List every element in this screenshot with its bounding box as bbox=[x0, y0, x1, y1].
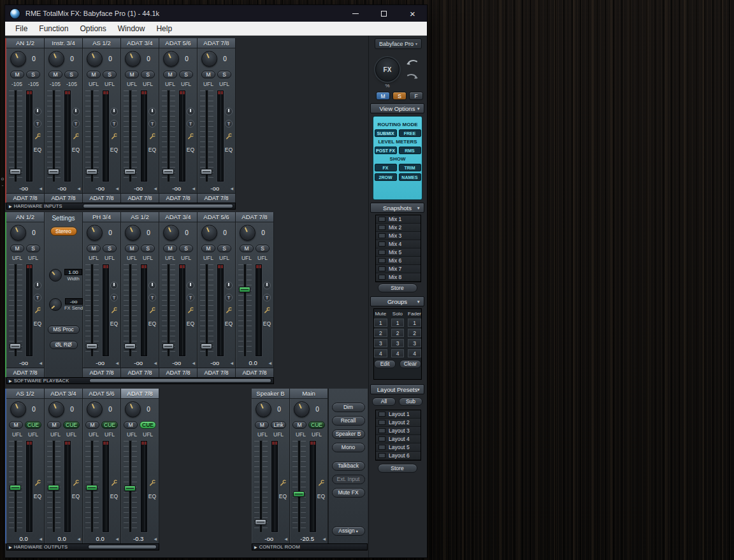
fader[interactable] bbox=[124, 264, 137, 356]
mute-button[interactable]: M bbox=[10, 71, 24, 78]
mute-button[interactable]: M bbox=[85, 421, 99, 429]
channel-name[interactable]: AS 1/2 bbox=[83, 38, 120, 48]
undo-icon[interactable] bbox=[405, 57, 420, 69]
group-cell[interactable]: 2 bbox=[374, 329, 387, 337]
gain-knob[interactable] bbox=[48, 51, 64, 67]
layout-item[interactable]: Layout 3 bbox=[376, 427, 421, 435]
trim-button[interactable]: T bbox=[110, 120, 118, 127]
trim-button[interactable]: T bbox=[225, 120, 233, 127]
gain-knob[interactable] bbox=[125, 225, 141, 241]
narrow-strip-icon[interactable]: ◀ bbox=[154, 536, 157, 541]
gain-knob[interactable] bbox=[294, 401, 310, 417]
channel-settings-wrench-icon[interactable] bbox=[225, 306, 233, 313]
redo-icon[interactable] bbox=[405, 71, 420, 83]
mute-button[interactable]: M bbox=[9, 421, 23, 429]
group-cell[interactable]: 4 bbox=[374, 349, 387, 357]
solo-button[interactable]: S bbox=[26, 71, 40, 78]
output-target[interactable]: ADAT 7/8 bbox=[45, 193, 82, 203]
channel-name[interactable]: AN 1/2 bbox=[6, 212, 44, 222]
trim-button[interactable]: T bbox=[72, 120, 80, 127]
group-cell[interactable]: 4 bbox=[408, 349, 421, 357]
gain-knob[interactable] bbox=[87, 401, 103, 417]
channel-settings-wrench-icon[interactable] bbox=[72, 132, 80, 140]
cue-button[interactable]: CUE bbox=[308, 421, 325, 429]
dim-button[interactable]: Dim bbox=[332, 403, 365, 412]
fader-handle[interactable] bbox=[239, 287, 250, 292]
pan-knob[interactable] bbox=[225, 108, 233, 115]
mute-button[interactable]: M bbox=[47, 421, 61, 429]
channel-settings-wrench-icon[interactable] bbox=[148, 306, 156, 313]
group-cell[interactable]: 3 bbox=[374, 339, 387, 347]
group-cell[interactable]: 1 bbox=[408, 319, 421, 327]
master-mute-button[interactable]: M bbox=[376, 92, 390, 100]
channel-name[interactable]: ADAT 3/4 bbox=[45, 389, 82, 399]
groups-clear-button[interactable]: Clear bbox=[399, 360, 421, 368]
solo-button[interactable]: S bbox=[179, 71, 193, 78]
cue-button[interactable]: CUE bbox=[25, 421, 41, 429]
narrow-strip-icon[interactable]: ◀ bbox=[115, 361, 119, 365]
fader-handle[interactable] bbox=[124, 343, 136, 349]
narrow-strip-icon[interactable]: ◀ bbox=[115, 186, 119, 190]
fx-send-knob[interactable] bbox=[49, 298, 62, 311]
show-fx-button[interactable]: FX bbox=[375, 164, 397, 171]
mute-fx-button[interactable]: Mute FX bbox=[332, 488, 365, 498]
fader-handle[interactable] bbox=[124, 485, 136, 491]
channel-name[interactable]: Main bbox=[290, 389, 327, 399]
row-collapse-icon[interactable]: ▶ bbox=[254, 545, 257, 549]
mute-button[interactable]: M bbox=[201, 71, 215, 78]
show-trim-button[interactable]: TRIM bbox=[399, 164, 421, 171]
cue-button[interactable]: CUE bbox=[140, 421, 156, 429]
phase-invert-button[interactable]: ØL RØ bbox=[50, 341, 78, 349]
eq-button[interactable]: EQ bbox=[187, 147, 194, 153]
fader-handle[interactable] bbox=[86, 169, 97, 175]
channel-settings-wrench-icon[interactable] bbox=[72, 478, 80, 486]
output-target[interactable]: ADAT 7/8 bbox=[121, 193, 159, 203]
channel-settings-wrench-icon[interactable] bbox=[187, 132, 194, 140]
output-target[interactable]: ADAT 7/8 bbox=[198, 368, 235, 377]
trim-button[interactable]: T bbox=[34, 120, 41, 127]
gain-knob[interactable] bbox=[87, 225, 103, 241]
channel-name[interactable]: ADAT 3/4 bbox=[159, 212, 197, 222]
row-collapse-icon[interactable]: ▶ bbox=[9, 204, 12, 208]
mute-button[interactable]: M bbox=[10, 245, 24, 252]
fader[interactable] bbox=[85, 90, 99, 182]
channel-name[interactable]: Instr. 3/4 bbox=[45, 38, 82, 48]
group-cell[interactable]: 2 bbox=[391, 329, 405, 337]
trim-button[interactable]: T bbox=[110, 294, 118, 301]
fader[interactable] bbox=[9, 441, 22, 532]
output-target[interactable]: ADAT 7/8 bbox=[198, 193, 235, 203]
fader-handle[interactable] bbox=[162, 343, 174, 349]
narrow-strip-icon[interactable]: ◀ bbox=[154, 186, 157, 190]
gain-knob[interactable] bbox=[255, 401, 271, 417]
solo-button[interactable]: S bbox=[26, 245, 40, 252]
snapshot-item[interactable]: Mix 5 bbox=[376, 248, 421, 257]
eq-button[interactable]: EQ bbox=[263, 320, 271, 327]
snapshot-item[interactable]: Mix 4 bbox=[376, 240, 421, 248]
eq-button[interactable]: EQ bbox=[225, 147, 233, 153]
group-cell[interactable]: 4 bbox=[391, 349, 405, 357]
mute-button[interactable]: M bbox=[163, 245, 177, 252]
row-scrollbar[interactable] bbox=[88, 545, 157, 549]
eq-button[interactable]: EQ bbox=[148, 320, 156, 327]
mute-button[interactable]: M bbox=[292, 421, 306, 429]
snapshot-item[interactable]: Mix 3 bbox=[376, 232, 421, 240]
trim-button[interactable]: T bbox=[34, 294, 41, 301]
snapshot-item[interactable]: Mix 1 bbox=[376, 215, 421, 224]
layouts-all-button[interactable]: All bbox=[372, 398, 396, 406]
mute-button[interactable]: M bbox=[240, 245, 254, 252]
layouts-sub-button[interactable]: Sub bbox=[399, 398, 422, 406]
output-target[interactable]: ADAT 7/8 bbox=[236, 368, 273, 377]
narrow-strip-icon[interactable]: ◀ bbox=[230, 361, 233, 365]
narrow-strip-icon[interactable]: ◀ bbox=[192, 186, 195, 190]
narrow-strip-icon[interactable]: ◀ bbox=[192, 361, 195, 365]
eq-button[interactable]: EQ bbox=[72, 493, 80, 499]
mute-button[interactable]: M bbox=[48, 71, 62, 78]
fader-handle[interactable] bbox=[293, 491, 305, 497]
channel-name[interactable]: AS 1/2 bbox=[6, 389, 44, 399]
free-button[interactable]: FREE bbox=[399, 129, 421, 137]
gain-knob[interactable] bbox=[48, 401, 64, 417]
eq-button[interactable]: EQ bbox=[187, 320, 194, 327]
menu-file[interactable]: File bbox=[10, 22, 33, 35]
snapshot-item[interactable]: Mix 8 bbox=[376, 273, 421, 282]
maximize-button[interactable] bbox=[370, 5, 398, 22]
